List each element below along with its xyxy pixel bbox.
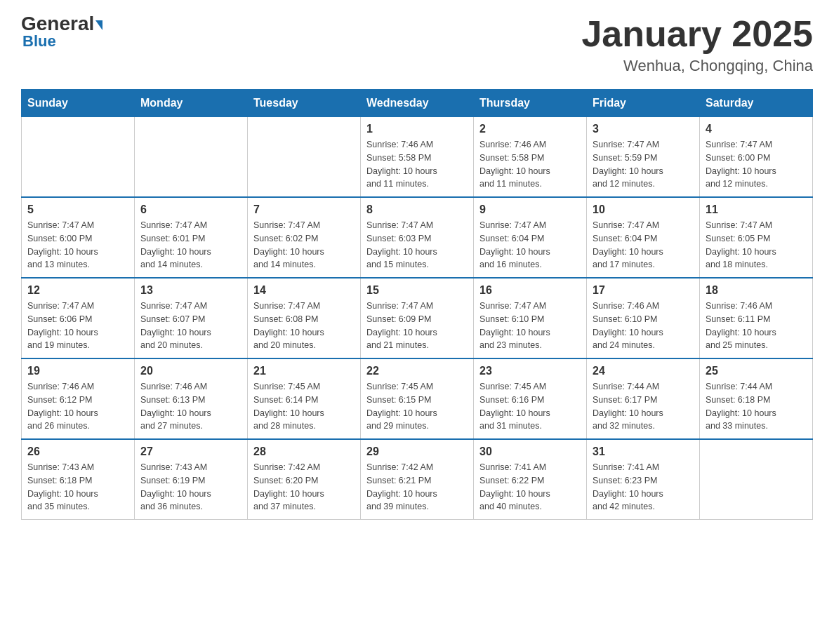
calendar-cell: 13Sunrise: 7:47 AM Sunset: 6:07 PM Dayli… (135, 278, 248, 358)
calendar-cell: 3Sunrise: 7:47 AM Sunset: 5:59 PM Daylig… (587, 117, 700, 198)
location-title: Wenhua, Chongqing, China (581, 57, 813, 75)
day-info: Sunrise: 7:45 AM Sunset: 6:16 PM Dayligh… (479, 380, 581, 433)
day-info: Sunrise: 7:47 AM Sunset: 6:00 PM Dayligh… (706, 138, 807, 191)
day-info: Sunrise: 7:47 AM Sunset: 5:59 PM Dayligh… (593, 138, 694, 191)
day-number: 21 (253, 365, 355, 377)
day-number: 16 (479, 284, 581, 297)
day-info: Sunrise: 7:43 AM Sunset: 6:18 PM Dayligh… (27, 461, 128, 514)
calendar-cell (135, 117, 248, 198)
day-info: Sunrise: 7:46 AM Sunset: 6:11 PM Dayligh… (706, 300, 807, 352)
calendar-cell: 9Sunrise: 7:47 AM Sunset: 6:04 PM Daylig… (474, 197, 587, 278)
day-number: 8 (366, 203, 468, 216)
day-info: Sunrise: 7:47 AM Sunset: 6:09 PM Dayligh… (366, 300, 468, 352)
day-number: 19 (27, 365, 128, 377)
day-number: 25 (706, 365, 807, 377)
calendar-cell: 17Sunrise: 7:46 AM Sunset: 6:10 PM Dayli… (587, 278, 700, 358)
calendar-cell: 2Sunrise: 7:46 AM Sunset: 5:58 PM Daylig… (474, 117, 587, 198)
calendar-cell: 14Sunrise: 7:47 AM Sunset: 6:08 PM Dayli… (248, 278, 361, 358)
day-number: 1 (366, 123, 468, 135)
calendar-cell: 21Sunrise: 7:45 AM Sunset: 6:14 PM Dayli… (248, 358, 361, 439)
day-number: 30 (479, 445, 581, 458)
page-header: General Blue January 2025 Wenhua, Chongq… (21, 14, 813, 75)
calendar-cell: 16Sunrise: 7:47 AM Sunset: 6:10 PM Dayli… (474, 278, 587, 358)
day-info: Sunrise: 7:43 AM Sunset: 6:19 PM Dayligh… (140, 461, 241, 514)
calendar-cell: 6Sunrise: 7:47 AM Sunset: 6:01 PM Daylig… (135, 197, 248, 278)
day-info: Sunrise: 7:47 AM Sunset: 6:01 PM Dayligh… (140, 219, 241, 271)
day-info: Sunrise: 7:41 AM Sunset: 6:22 PM Dayligh… (479, 461, 581, 514)
day-number: 28 (253, 445, 355, 458)
calendar-cell (22, 117, 135, 198)
calendar-cell: 28Sunrise: 7:42 AM Sunset: 6:20 PM Dayli… (248, 439, 361, 520)
logo-general-text: General (21, 14, 102, 34)
calendar-header-monday: Monday (135, 90, 248, 117)
calendar-cell: 1Sunrise: 7:46 AM Sunset: 5:58 PM Daylig… (361, 117, 474, 198)
calendar-week-row: 19Sunrise: 7:46 AM Sunset: 6:12 PM Dayli… (22, 358, 813, 439)
calendar-cell: 25Sunrise: 7:44 AM Sunset: 6:18 PM Dayli… (700, 358, 813, 439)
day-info: Sunrise: 7:46 AM Sunset: 6:13 PM Dayligh… (140, 380, 241, 433)
month-title: January 2025 (581, 14, 813, 54)
day-number: 11 (706, 203, 807, 216)
day-number: 7 (253, 203, 355, 216)
day-info: Sunrise: 7:47 AM Sunset: 6:05 PM Dayligh… (706, 219, 807, 271)
logo: General Blue (21, 14, 102, 51)
calendar-cell: 11Sunrise: 7:47 AM Sunset: 6:05 PM Dayli… (700, 197, 813, 278)
calendar-header-saturday: Saturday (700, 90, 813, 117)
day-number: 12 (27, 284, 128, 297)
calendar-header-tuesday: Tuesday (248, 90, 361, 117)
logo-blue-text: Blue (22, 32, 56, 51)
logo-arrow-icon (95, 20, 102, 30)
calendar-cell: 8Sunrise: 7:47 AM Sunset: 6:03 PM Daylig… (361, 197, 474, 278)
day-number: 17 (593, 284, 694, 297)
title-section: January 2025 Wenhua, Chongqing, China (581, 14, 813, 75)
day-info: Sunrise: 7:47 AM Sunset: 6:04 PM Dayligh… (479, 219, 581, 271)
day-number: 18 (706, 284, 807, 297)
calendar-week-row: 12Sunrise: 7:47 AM Sunset: 6:06 PM Dayli… (22, 278, 813, 358)
calendar-cell: 27Sunrise: 7:43 AM Sunset: 6:19 PM Dayli… (135, 439, 248, 520)
day-number: 23 (479, 365, 581, 377)
day-info: Sunrise: 7:41 AM Sunset: 6:23 PM Dayligh… (593, 461, 694, 514)
calendar-cell: 15Sunrise: 7:47 AM Sunset: 6:09 PM Dayli… (361, 278, 474, 358)
calendar-cell (700, 439, 813, 520)
day-info: Sunrise: 7:47 AM Sunset: 6:00 PM Dayligh… (27, 219, 128, 271)
calendar-week-row: 26Sunrise: 7:43 AM Sunset: 6:18 PM Dayli… (22, 439, 813, 520)
calendar-cell: 19Sunrise: 7:46 AM Sunset: 6:12 PM Dayli… (22, 358, 135, 439)
day-number: 4 (706, 123, 807, 135)
calendar-cell: 5Sunrise: 7:47 AM Sunset: 6:00 PM Daylig… (22, 197, 135, 278)
calendar-cell: 12Sunrise: 7:47 AM Sunset: 6:06 PM Dayli… (22, 278, 135, 358)
calendar-table: SundayMondayTuesdayWednesdayThursdayFrid… (21, 89, 813, 520)
day-number: 2 (479, 123, 581, 135)
day-info: Sunrise: 7:42 AM Sunset: 6:20 PM Dayligh… (253, 461, 355, 514)
day-info: Sunrise: 7:42 AM Sunset: 6:21 PM Dayligh… (366, 461, 468, 514)
calendar-cell: 23Sunrise: 7:45 AM Sunset: 6:16 PM Dayli… (474, 358, 587, 439)
day-info: Sunrise: 7:47 AM Sunset: 6:06 PM Dayligh… (27, 300, 128, 352)
calendar-cell: 30Sunrise: 7:41 AM Sunset: 6:22 PM Dayli… (474, 439, 587, 520)
calendar-header-sunday: Sunday (22, 90, 135, 117)
calendar-cell: 26Sunrise: 7:43 AM Sunset: 6:18 PM Dayli… (22, 439, 135, 520)
calendar-cell: 20Sunrise: 7:46 AM Sunset: 6:13 PM Dayli… (135, 358, 248, 439)
day-info: Sunrise: 7:47 AM Sunset: 6:04 PM Dayligh… (593, 219, 694, 271)
day-number: 27 (140, 445, 241, 458)
calendar-cell: 24Sunrise: 7:44 AM Sunset: 6:17 PM Dayli… (587, 358, 700, 439)
day-info: Sunrise: 7:46 AM Sunset: 6:10 PM Dayligh… (593, 300, 694, 352)
day-info: Sunrise: 7:44 AM Sunset: 6:18 PM Dayligh… (706, 380, 807, 433)
day-number: 24 (593, 365, 694, 377)
day-info: Sunrise: 7:47 AM Sunset: 6:08 PM Dayligh… (253, 300, 355, 352)
day-number: 9 (479, 203, 581, 216)
day-number: 29 (366, 445, 468, 458)
calendar-header-wednesday: Wednesday (361, 90, 474, 117)
calendar-week-row: 1Sunrise: 7:46 AM Sunset: 5:58 PM Daylig… (22, 117, 813, 198)
calendar-header-thursday: Thursday (474, 90, 587, 117)
day-number: 5 (27, 203, 128, 216)
calendar-cell: 31Sunrise: 7:41 AM Sunset: 6:23 PM Dayli… (587, 439, 700, 520)
day-number: 20 (140, 365, 241, 377)
calendar-header-friday: Friday (587, 90, 700, 117)
day-info: Sunrise: 7:47 AM Sunset: 6:02 PM Dayligh… (253, 219, 355, 271)
day-number: 10 (593, 203, 694, 216)
day-number: 26 (27, 445, 128, 458)
day-info: Sunrise: 7:47 AM Sunset: 6:07 PM Dayligh… (140, 300, 241, 352)
calendar-cell: 29Sunrise: 7:42 AM Sunset: 6:21 PM Dayli… (361, 439, 474, 520)
day-info: Sunrise: 7:46 AM Sunset: 5:58 PM Dayligh… (479, 138, 581, 191)
day-number: 14 (253, 284, 355, 297)
day-info: Sunrise: 7:45 AM Sunset: 6:14 PM Dayligh… (253, 380, 355, 433)
day-info: Sunrise: 7:44 AM Sunset: 6:17 PM Dayligh… (593, 380, 694, 433)
